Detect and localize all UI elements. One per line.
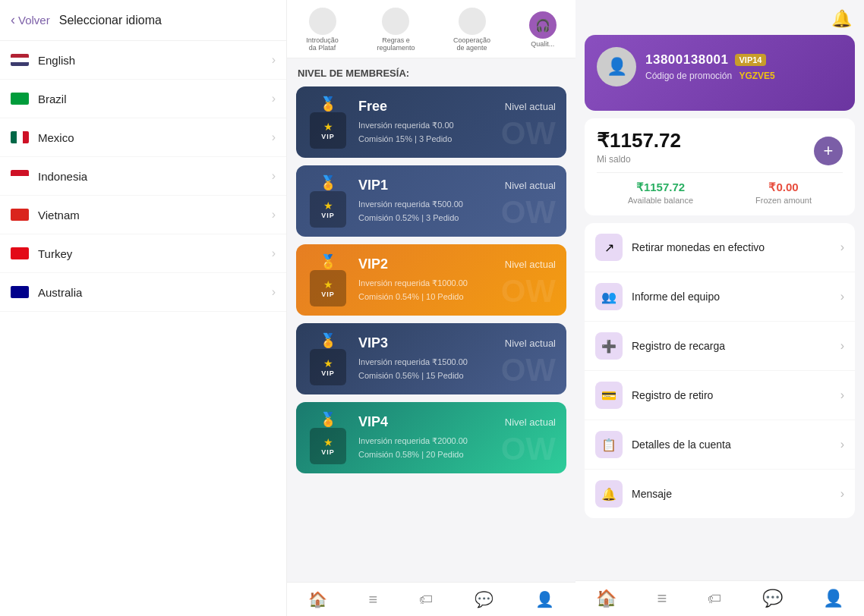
language-selector-panel: ‹ Volver Seleccionar idioma English › Br… <box>0 0 287 616</box>
add-funds-button[interactable]: + <box>814 137 843 165</box>
right-nav-list[interactable]: ≡ <box>657 589 667 608</box>
chevron-right-icon: › <box>272 208 276 222</box>
medal-icon: 🏅 <box>320 253 336 270</box>
menu-icon-recharge: ➕ <box>595 332 623 360</box>
vip-level-badge: VIP14 <box>735 54 767 66</box>
menu-item-team[interactable]: 👥 Informe del equipo › <box>585 272 855 322</box>
bottom-nav-home[interactable]: 🏠 <box>308 590 327 608</box>
flag-icon-vietnam <box>11 209 29 221</box>
language-selector-title: Seleccionar idioma <box>59 14 162 27</box>
nav-coop[interactable]: Cooperaçãode agente <box>447 5 497 55</box>
notification-bell-icon[interactable]: 🔔 <box>831 9 852 29</box>
language-item-australia[interactable]: Australia › <box>0 273 286 312</box>
star-icon: ★ <box>323 121 333 133</box>
medal-icon: 🏅 <box>320 411 336 428</box>
avatar: 👤 <box>597 47 636 86</box>
menu-item-message[interactable]: 🔔 Mensaje › <box>585 470 855 518</box>
vip-card-free[interactable]: 🏅 ★ VIP Free Nivel actual Inversión requ… <box>296 86 566 158</box>
balance-sub-row: ₹1157.72 Available balance ₹0.00 Frozen … <box>597 172 843 205</box>
flag-icon-brazil <box>11 93 29 105</box>
language-item-vietnam[interactable]: Vietnam › <box>0 196 286 234</box>
vip-card-vip3[interactable]: 🏅 ★ VIP VIP3 Nivel actual Inversión requ… <box>296 323 566 394</box>
language-item-mexico[interactable]: Mexico › <box>0 118 286 157</box>
promo-label: Código de promoción <box>645 71 732 81</box>
language-name-english: English <box>38 54 272 67</box>
flag-icon-english <box>11 54 29 66</box>
bottom-nav-user[interactable]: 👤 <box>535 590 554 608</box>
vip-comision: Comisión 0.56% | 15 Pedido <box>358 369 556 383</box>
menu-item-retiro[interactable]: 💳 Registro de retiro › <box>585 371 855 420</box>
vip-badge-vip1: 🏅 ★ VIP <box>307 174 349 228</box>
star-icon: ★ <box>323 357 333 369</box>
vip-text: VIP <box>321 133 335 140</box>
language-item-indonesia[interactable]: Indonesia › <box>0 157 286 196</box>
vip-info-top: VIP2 Nivel actual <box>358 256 556 272</box>
flag-icon-australia <box>11 286 29 298</box>
right-nav-home[interactable]: 🏠 <box>596 589 616 608</box>
profile-top: 👤 13800138001 VIP14 Código de promoción … <box>597 47 843 86</box>
vip-badge-vip4: 🏅 ★ VIP <box>307 411 349 464</box>
vip-card-vip1[interactable]: 🏅 ★ VIP VIP1 Nivel actual Inversión requ… <box>296 165 566 237</box>
language-item-brazil[interactable]: Brazil › <box>0 80 286 118</box>
coop-icon <box>459 8 486 35</box>
vip-level-name: VIP1 <box>358 178 388 193</box>
language-item-english[interactable]: English › <box>0 41 286 80</box>
right-nav-user[interactable]: 👤 <box>823 589 844 608</box>
menu-item-withdraw[interactable]: ↗ Retirar monedas en efectivo › <box>585 223 855 272</box>
bottom-nav-list[interactable]: ≡ <box>369 591 378 608</box>
vip-text: VIP <box>321 369 335 377</box>
language-name-brazil: Brazil <box>38 93 272 105</box>
flag-icon-indonesia <box>11 170 29 182</box>
language-name-turkey: Turkey <box>38 247 272 260</box>
vip-nivel-actual: Nivel actual <box>505 180 556 191</box>
profile-phone: 13800138001 <box>645 52 729 68</box>
profile-info: 13800138001 VIP14 Código de promoción YG… <box>645 52 775 81</box>
vip-info-top: VIP3 Nivel actual <box>358 335 556 351</box>
vip-info-vip2: VIP2 Nivel actual Inversión requerida ₹1… <box>358 256 556 303</box>
chevron-right-icon: › <box>272 169 276 183</box>
back-chevron-icon: ‹ <box>11 12 15 28</box>
vip-comision: Comisión 0.54% | 10 Pedido <box>358 291 556 304</box>
chevron-right-icon: › <box>840 290 844 303</box>
mi-saldo-label: Mi saldo <box>597 154 681 165</box>
bottom-nav-chat[interactable]: 💬 <box>475 590 493 608</box>
chevron-right-icon: › <box>840 487 844 501</box>
flag-icon-mexico <box>11 131 29 143</box>
flag-icon-turkey <box>11 247 29 259</box>
bottom-nav-tag[interactable]: 🏷 <box>419 592 433 608</box>
vip-badge-card: ★ VIP <box>310 191 346 228</box>
available-balance-label: Available balance <box>628 196 693 205</box>
chevron-right-icon: › <box>272 247 276 260</box>
headset-icon: 🎧 <box>529 11 557 39</box>
vip-inversion: Inversión requerida ₹0.00 <box>358 119 556 133</box>
vip-badge-card: ★ VIP <box>310 428 346 464</box>
balance-amount: ₹1157.72 <box>597 129 681 152</box>
vip-info-vip1: VIP1 Nivel actual Inversión requerida ₹5… <box>358 178 556 225</box>
language-item-turkey[interactable]: Turkey › <box>0 234 286 273</box>
menu-icon-message: 🔔 <box>595 480 623 508</box>
balance-row: ₹1157.72 Mi saldo + <box>597 129 843 172</box>
profile-card: 👤 13800138001 VIP14 Código de promoción … <box>585 35 855 111</box>
vip-card-vip4[interactable]: 🏅 ★ VIP VIP4 Nivel actual Inversión requ… <box>296 402 566 473</box>
vip-nivel-actual: Nivel actual <box>505 416 556 428</box>
vip-text: VIP <box>321 212 335 219</box>
nav-quality[interactable]: 🎧 Qualit... <box>523 8 563 51</box>
promo-row: Código de promoción YGZVE5 <box>645 71 775 81</box>
right-nav-tag[interactable]: 🏷 <box>708 591 721 607</box>
top-bar-right: 🔔 <box>575 0 864 35</box>
language-list: English › Brazil › Mexico › Indonesia › … <box>0 41 286 616</box>
language-name-australia: Australia <box>38 286 272 299</box>
nav-intro[interactable]: Introduçãoda Plataf <box>300 5 345 55</box>
membership-panel: Introduçãoda Plataf Regras eregulamento … <box>287 0 575 616</box>
menu-item-account[interactable]: 📋 Detalles de la cuenta › <box>585 420 855 470</box>
vip-level-name: VIP4 <box>358 414 388 430</box>
vip-card-vip2[interactable]: 🏅 ★ VIP VIP2 Nivel actual Inversión requ… <box>296 244 566 316</box>
menu-label-message: Mensaje <box>632 488 840 500</box>
back-button[interactable]: ‹ Volver <box>11 12 50 28</box>
vip-info-top: Free Nivel actual <box>358 99 556 115</box>
menu-item-recharge[interactable]: ➕ Registro de recarga › <box>585 322 855 371</box>
nav-rules[interactable]: Regras eregulamento <box>371 5 421 55</box>
chevron-right-icon: › <box>272 285 276 299</box>
right-nav-chat[interactable]: 💬 <box>762 589 783 608</box>
back-label: Volver <box>18 14 50 27</box>
